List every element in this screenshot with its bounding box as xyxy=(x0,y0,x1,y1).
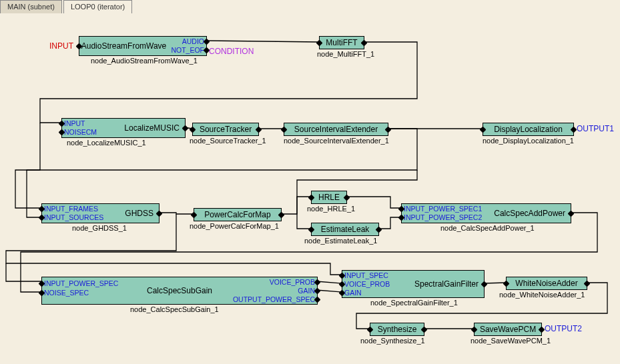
port-voiceprob: VOICE_PROB xyxy=(344,280,390,288)
inst-eleak: node_EstimateLeak_1 xyxy=(304,237,377,245)
node-audiostreamfromwave[interactable]: AudioStreamFromWave AUDIO NOT_EOF xyxy=(79,36,207,56)
port-voiceprob: VOICE_PROB xyxy=(270,278,315,286)
inst-swp: node_SaveWavePCM_1 xyxy=(471,337,551,345)
tag-condition: CONDITION xyxy=(209,47,254,56)
port-noisespec: NOISE_SPEC xyxy=(44,289,89,297)
port-outputpowerspec: OUTPUT_POWER_SPEC xyxy=(233,295,315,303)
node-whitenoiseadder[interactable]: WhiteNoiseAdder xyxy=(506,277,587,290)
port-inputsources: INPUT_SOURCES xyxy=(44,213,103,221)
tag-output2: OUTPUT2 xyxy=(545,324,582,333)
port-noteof: NOT_EOF xyxy=(171,46,204,54)
tag-input: INPUT xyxy=(49,41,73,51)
port-gain: GAIN xyxy=(298,287,315,295)
inst-hrle: node_HRLE_1 xyxy=(307,205,355,213)
node-synthesize[interactable]: Synthesize xyxy=(370,323,424,336)
node-powercalcformap[interactable]: PowerCalcForMap xyxy=(194,208,282,221)
inst-pmap: node_PowerCalcForMap_1 xyxy=(190,222,279,230)
svg-line-0 xyxy=(207,41,319,42)
node-localizemusic[interactable]: INPUT NOISECM LocalizeMUSIC xyxy=(61,118,186,138)
node-title: SaveWavePCM xyxy=(480,325,536,334)
node-title: GHDSS xyxy=(125,209,153,218)
node-spectralgainfilter[interactable]: INPUT_SPEC VOICE_PROB GAIN SpectralGainF… xyxy=(342,270,485,298)
tab-main[interactable]: MAIN (subnet) xyxy=(0,0,62,13)
port-inputpowerspec: INPUT_POWER_SPEC xyxy=(44,279,118,287)
inst-disp: node_DisplayLocalization_1 xyxy=(483,137,574,145)
node-title: WhiteNoiseAdder xyxy=(515,279,577,288)
node-title: Synthesize xyxy=(378,325,417,334)
inst-syn: node_Synthesize_1 xyxy=(360,337,425,345)
port-input: INPUT xyxy=(64,119,85,127)
node-sourcetracker[interactable]: SourceTracker xyxy=(192,123,259,136)
port-inputspec: INPUT_SPEC xyxy=(344,271,388,279)
inst-ghdss: node_GHDSS_1 xyxy=(72,224,127,232)
node-title: SourceIntervalExtender xyxy=(294,125,378,134)
node-calcspecsubgain[interactable]: INPUT_POWER_SPEC NOISE_SPEC CalcSpecSubG… xyxy=(41,277,318,305)
node-savewavepcm[interactable]: SaveWavePCM xyxy=(474,323,542,336)
tab-bar: MAIN (subnet) LOOP0 (iterator) xyxy=(0,0,133,13)
node-title: CalcSpecSubGain xyxy=(147,286,212,295)
node-title: SourceTracker xyxy=(200,125,252,134)
port-inputpowerspec2: INPUT_POWER_SPEC2 xyxy=(404,213,482,221)
node-title: SpectralGainFilter xyxy=(414,279,479,289)
inst-mfft: node_MultiFFT_1 xyxy=(317,50,374,58)
inst-trk: node_SourceTracker_1 xyxy=(190,137,266,145)
node-sourceintervalextender[interactable]: SourceIntervalExtender xyxy=(284,123,388,136)
inst-wna: node_WhiteNoiseAdder_1 xyxy=(499,291,585,299)
tag-output1: OUTPUT1 xyxy=(577,124,614,133)
node-title: DisplayLocalization xyxy=(494,125,563,134)
port-inputframes: INPUT_FRAMES xyxy=(44,205,98,213)
inst-sie: node_SourceIntervalExtender_1 xyxy=(284,137,389,145)
node-calcspecaddpower[interactable]: INPUT_POWER_SPEC1 INPUT_POWER_SPEC2 Calc… xyxy=(401,203,571,223)
node-title: AudioStreamFromWave xyxy=(81,41,167,51)
inst-csap: node_CalcSpecAddPower_1 xyxy=(440,224,535,232)
port-inputpowerspec1: INPUT_POWER_SPEC1 xyxy=(404,205,482,213)
node-title: LocalizeMUSIC xyxy=(124,123,180,133)
node-title: MultiFFT xyxy=(326,38,357,47)
tab-loop0[interactable]: LOOP0 (iterator) xyxy=(63,0,132,13)
node-estimateleak[interactable]: EstimateLeak xyxy=(311,223,379,236)
node-title: CalcSpecAddPower xyxy=(494,209,565,218)
node-displaylocalization[interactable]: DisplayLocalization xyxy=(483,123,574,136)
node-title: EstimateLeak xyxy=(321,225,370,234)
port-gain: GAIN xyxy=(344,289,362,297)
node-title: HRLE xyxy=(318,193,340,202)
port-audio: AUDIO xyxy=(182,37,204,45)
node-multifft[interactable]: MultiFFT xyxy=(319,36,364,49)
node-hrle[interactable]: HRLE xyxy=(311,191,347,204)
inst-audio: node_AudioStreamFromWave_1 xyxy=(91,57,198,65)
node-title: PowerCalcForMap xyxy=(204,210,270,219)
port-noisecm: NOISECM xyxy=(64,128,97,136)
node-ghdss[interactable]: INPUT_FRAMES INPUT_SOURCES GHDSS xyxy=(41,203,160,223)
inst-sgf: node_SpectralGainFilter_1 xyxy=(370,299,458,307)
inst-cssg: node_CalcSpecSubGain_1 xyxy=(130,305,219,313)
inst-loc: node_LocalizeMUSIC_1 xyxy=(67,139,146,147)
